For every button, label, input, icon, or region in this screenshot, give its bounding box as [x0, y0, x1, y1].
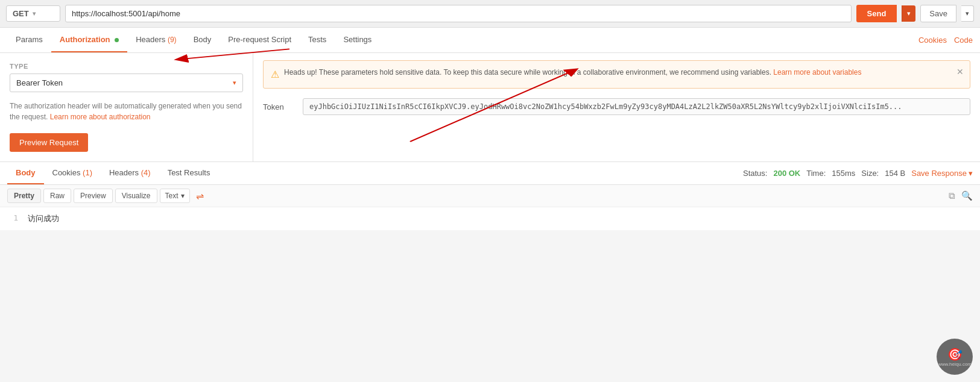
- method-chevron-icon: ▾: [33, 10, 36, 17]
- auth-left-panel: TYPE Bearer Token ▾ The authorization he…: [0, 53, 253, 161]
- response-tab-headers[interactable]: Headers (4): [101, 162, 159, 184]
- tab-tests[interactable]: Tests: [300, 28, 335, 52]
- time-label: Time:: [806, 169, 826, 178]
- learn-more-auth-link[interactable]: Learn more about authorization: [50, 113, 151, 121]
- type-label: TYPE: [10, 63, 243, 70]
- headers-badge: (9): [168, 36, 177, 44]
- line-content: 访问成功: [28, 213, 59, 224]
- view-visualize-button[interactable]: Visualize: [115, 189, 157, 203]
- token-label: Token: [263, 102, 293, 111]
- cookies-link[interactable]: Cookies: [918, 36, 947, 45]
- toolbar-right-icons: ⧉ 🔍: [949, 190, 973, 201]
- format-value: Text: [165, 192, 179, 200]
- send-button[interactable]: Send: [856, 5, 897, 22]
- alert-box: ⚠ Heads up! These parameters hold sensit…: [263, 60, 970, 89]
- tab-prerequest[interactable]: Pre-request Script: [220, 28, 300, 52]
- request-tabs-row: Params Authorization Headers (9) Body Pr…: [0, 28, 980, 53]
- copy-icon[interactable]: ⧉: [949, 190, 955, 201]
- code-toolbar: Pretty Raw Preview Visualize Text ▾ ⇌ ⧉ …: [0, 185, 980, 207]
- save-response-chevron-icon: ▾: [969, 169, 973, 178]
- headers-response-badge: (4): [141, 168, 151, 177]
- save-dropdown-button[interactable]: ▾: [961, 5, 974, 22]
- code-link[interactable]: Code: [954, 36, 973, 45]
- save-response-button[interactable]: Save Response ▾: [911, 169, 973, 178]
- alert-close-icon[interactable]: ✕: [956, 66, 964, 78]
- tabs-right: Cookies Code: [918, 36, 973, 45]
- view-raw-button[interactable]: Raw: [43, 189, 71, 203]
- response-tab-test-results[interactable]: Test Results: [159, 162, 219, 184]
- wrap-icon[interactable]: ⇌: [196, 190, 204, 202]
- bearer-token-chevron-icon: ▾: [233, 79, 236, 87]
- status-info: Status: 200 OK Time: 155ms Size: 154 B S…: [743, 169, 973, 178]
- response-tabs-row: Body Cookies (1) Headers (4) Test Result…: [0, 162, 980, 185]
- tab-authorization[interactable]: Authorization: [51, 28, 127, 52]
- response-tab-cookies[interactable]: Cookies (1): [44, 162, 101, 184]
- learn-more-variables-link[interactable]: Learn more about variables: [773, 68, 861, 77]
- auth-note: The authorization header will be automat…: [10, 101, 243, 122]
- line-number: 1: [8, 213, 18, 224]
- tab-headers[interactable]: Headers (9): [127, 28, 185, 52]
- format-chevron-icon: ▾: [181, 192, 185, 200]
- bearer-token-value: Bearer Token: [16, 78, 63, 87]
- send-dropdown-button[interactable]: ▾: [902, 5, 915, 22]
- size-value: 154 B: [885, 169, 905, 178]
- preview-request-button[interactable]: Preview Request: [10, 133, 88, 152]
- view-preview-button[interactable]: Preview: [74, 189, 113, 203]
- status-label: Status:: [743, 169, 767, 178]
- tab-body[interactable]: Body: [185, 28, 220, 52]
- auth-right-panel: ⚠ Heads up! These parameters hold sensit…: [253, 53, 980, 161]
- cookies-response-badge: (1): [83, 168, 92, 177]
- method-select[interactable]: GET ▾: [6, 5, 60, 22]
- view-pretty-button[interactable]: Pretty: [7, 189, 41, 203]
- bearer-token-select[interactable]: Bearer Token ▾: [10, 74, 243, 92]
- top-bar: GET ▾ Send ▾ Save ▾: [0, 0, 980, 28]
- format-select[interactable]: Text ▾: [160, 189, 190, 203]
- code-line: 1 访问成功: [8, 213, 972, 224]
- tab-params[interactable]: Params: [7, 28, 51, 52]
- token-input[interactable]: [303, 98, 970, 115]
- tab-settings[interactable]: Settings: [335, 28, 380, 52]
- code-area: 1 访问成功: [0, 207, 980, 230]
- url-input[interactable]: [65, 5, 852, 22]
- method-label: GET: [13, 9, 29, 18]
- save-button[interactable]: Save: [920, 5, 956, 22]
- token-row: Token: [263, 98, 970, 115]
- status-value: 200 OK: [773, 169, 800, 178]
- response-tab-body[interactable]: Body: [7, 162, 44, 184]
- authorization-dot: [115, 38, 119, 42]
- alert-text: Heads up! These parameters hold sensitiv…: [284, 67, 861, 78]
- time-value: 155ms: [832, 169, 855, 178]
- alert-icon: ⚠: [271, 67, 279, 82]
- main-content: TYPE Bearer Token ▾ The authorization he…: [0, 53, 980, 161]
- search-icon[interactable]: 🔍: [961, 190, 973, 201]
- size-label: Size:: [861, 169, 879, 178]
